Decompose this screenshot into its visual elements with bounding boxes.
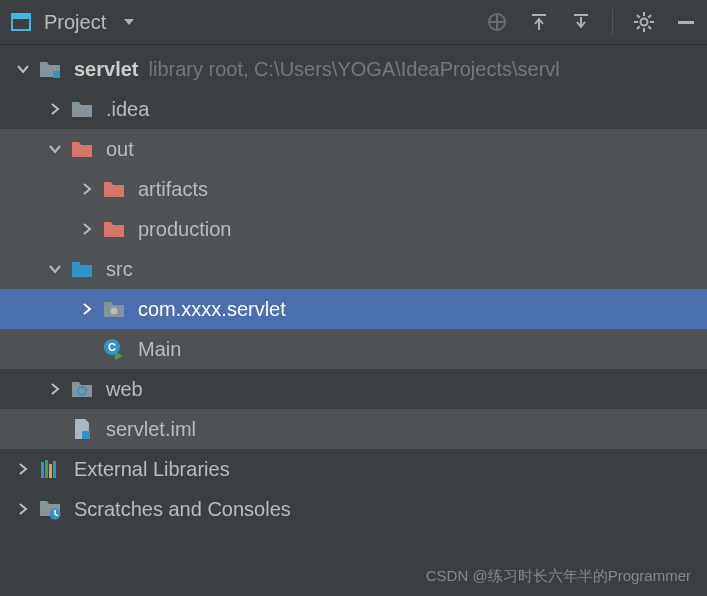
node-label: Scratches and Consoles [74, 498, 291, 521]
excluded-folder-icon [70, 137, 94, 161]
separator [612, 9, 613, 35]
node-hint: library root, C:\Users\YOGA\IdeaProjects… [149, 58, 560, 81]
svg-rect-25 [41, 462, 44, 478]
chevron-down-icon[interactable] [46, 140, 64, 158]
node-label: servlet [74, 58, 139, 81]
tree-node-idea[interactable]: .idea [0, 89, 707, 129]
watermark-text: CSDN @练习时长六年半的Programmer [426, 567, 691, 586]
gear-icon[interactable] [631, 9, 657, 35]
node-label: artifacts [138, 178, 208, 201]
scratches-icon [38, 497, 62, 521]
node-label: servlet.iml [106, 418, 196, 441]
svg-rect-27 [49, 464, 52, 478]
java-class-runnable-icon: C [102, 337, 126, 361]
node-label: .idea [106, 98, 149, 121]
tree-node-web[interactable]: web [0, 369, 707, 409]
project-tree[interactable]: servlet library root, C:\Users\YOGA\Idea… [0, 45, 707, 529]
svg-rect-19 [53, 71, 60, 78]
expand-all-icon[interactable] [526, 9, 552, 35]
tree-node-iml[interactable]: servlet.iml [0, 409, 707, 449]
svg-rect-26 [45, 460, 48, 478]
tool-window-title[interactable]: Project [44, 11, 106, 34]
node-label: src [106, 258, 133, 281]
chevron-down-icon[interactable] [46, 260, 64, 278]
svg-point-20 [111, 308, 118, 315]
svg-rect-24 [82, 431, 90, 439]
iml-file-icon [70, 417, 94, 441]
node-label: Main [138, 338, 181, 361]
tree-node-scratches[interactable]: Scratches and Consoles [0, 489, 707, 529]
svg-point-9 [641, 19, 648, 26]
tree-node-package[interactable]: com.xxxx.servlet [0, 289, 707, 329]
svg-line-17 [648, 15, 651, 18]
tree-node-production[interactable]: production [0, 209, 707, 249]
chevron-right-icon[interactable] [46, 100, 64, 118]
svg-line-14 [637, 15, 640, 18]
svg-line-16 [637, 26, 640, 29]
chevron-right-icon[interactable] [14, 500, 32, 518]
folder-icon [70, 97, 94, 121]
module-folder-icon [38, 57, 62, 81]
tree-node-src[interactable]: src [0, 249, 707, 289]
tree-node-main[interactable]: C Main [0, 329, 707, 369]
excluded-folder-icon [102, 177, 126, 201]
hide-icon[interactable] [673, 9, 699, 35]
node-label: out [106, 138, 134, 161]
source-folder-icon [70, 257, 94, 281]
tree-node-external-libraries[interactable]: External Libraries [0, 449, 707, 489]
node-label: production [138, 218, 231, 241]
collapse-all-icon[interactable] [568, 9, 594, 35]
excluded-folder-icon [102, 217, 126, 241]
chevron-right-icon[interactable] [78, 300, 96, 318]
node-label: com.xxxx.servlet [138, 298, 286, 321]
dropdown-arrow-icon[interactable] [116, 9, 142, 35]
svg-text:C: C [108, 341, 116, 353]
chevron-right-icon[interactable] [46, 380, 64, 398]
tree-node-root[interactable]: servlet library root, C:\Users\YOGA\Idea… [0, 49, 707, 89]
node-label: External Libraries [74, 458, 230, 481]
tree-node-artifacts[interactable]: artifacts [0, 169, 707, 209]
svg-line-15 [648, 26, 651, 29]
chevron-right-icon[interactable] [78, 180, 96, 198]
chevron-right-icon[interactable] [78, 220, 96, 238]
tool-window-header: Project [0, 0, 707, 45]
svg-rect-18 [678, 21, 694, 24]
project-tool-icon [8, 9, 34, 35]
libraries-icon [38, 457, 62, 481]
chevron-right-icon[interactable] [14, 460, 32, 478]
node-label: web [106, 378, 143, 401]
svg-rect-28 [53, 461, 56, 478]
tree-node-out[interactable]: out [0, 129, 707, 169]
package-icon [102, 297, 126, 321]
chevron-down-icon[interactable] [14, 60, 32, 78]
web-folder-icon [70, 377, 94, 401]
select-opened-file-icon[interactable] [484, 9, 510, 35]
svg-rect-1 [12, 14, 30, 19]
